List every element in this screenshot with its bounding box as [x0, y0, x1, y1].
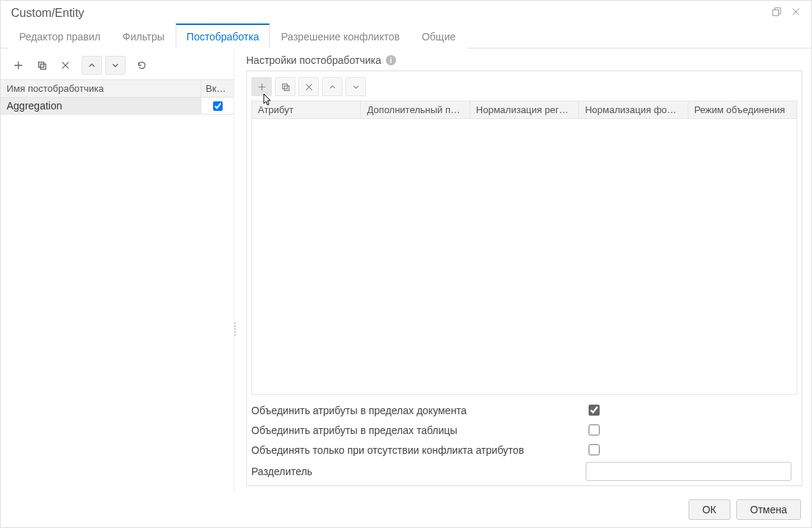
- col-additional[interactable]: Дополнительный п…: [361, 101, 470, 118]
- attributes-toolbar: [251, 76, 797, 101]
- dialog-footer: ОК Отмена: [1, 492, 811, 527]
- option-label: Объединить атрибуты в пределах документа: [251, 405, 586, 416]
- tab-rules-editor[interactable]: Редактор правил: [8, 24, 112, 48]
- col-merge-mode[interactable]: Режим объединения: [689, 101, 797, 118]
- postprocessor-table-header: Имя постобработчика Вкл…: [1, 79, 234, 98]
- attributes-table-body: [252, 119, 797, 394]
- svg-rect-3: [282, 84, 287, 89]
- postprocessor-table: Имя постобработчика Вкл… Aggregation: [1, 79, 234, 492]
- option-merge-document: Объединить атрибуты в пределах документа: [251, 402, 797, 418]
- col-attribute[interactable]: Атрибут: [252, 101, 361, 118]
- delimiter-input[interactable]: [586, 462, 791, 481]
- settings-title: Настройки постобработчика i: [246, 54, 802, 66]
- merge-document-checkbox[interactable]: [589, 405, 600, 416]
- postprocessor-enabled-cell: [201, 98, 234, 114]
- merge-no-conflict-checkbox[interactable]: [589, 444, 600, 455]
- copy-button[interactable]: [32, 56, 52, 75]
- move-up-button[interactable]: [82, 56, 102, 75]
- attr-copy-button[interactable]: [275, 77, 295, 96]
- col-header-name[interactable]: Имя постобработчика: [1, 80, 201, 97]
- ok-button[interactable]: ОК: [689, 499, 730, 520]
- title-bar: Custom/Entity: [1, 1, 811, 23]
- aggregation-options: Объединить атрибуты в пределах документа…: [251, 402, 797, 481]
- left-toolbar: [1, 53, 234, 79]
- info-icon[interactable]: i: [386, 55, 396, 65]
- merge-table-checkbox[interactable]: [589, 424, 600, 435]
- dialog-title: Custom/Entity: [11, 7, 85, 20]
- splitter-handle[interactable]: [233, 320, 237, 338]
- tab-filters[interactable]: Фильтры: [112, 24, 176, 48]
- col-norm-format[interactable]: Нормализация фор…: [579, 101, 688, 118]
- option-label: Объединить атрибуты в пределах таблицы: [251, 424, 586, 436]
- svg-rect-2: [40, 64, 46, 69]
- svg-rect-1: [39, 62, 44, 68]
- settings-title-text: Настройки постобработчика: [246, 54, 381, 66]
- attr-add-button[interactable]: [251, 77, 272, 96]
- tab-bar: Редактор правил Фильтры Постобработка Ра…: [1, 23, 811, 48]
- close-icon[interactable]: [791, 7, 801, 20]
- tab-conflict-resolution[interactable]: Разрешение конфликтов: [270, 24, 411, 48]
- option-merge-no-conflict: Объединять только при отсутствии конфлик…: [251, 442, 797, 458]
- attributes-table: Атрибут Дополнительный п… Нормализация р…: [251, 101, 797, 395]
- attributes-table-header: Атрибут Дополнительный п… Нормализация р…: [252, 101, 797, 119]
- delete-button[interactable]: [55, 56, 76, 75]
- move-down-button[interactable]: [105, 56, 126, 75]
- col-header-enabled[interactable]: Вкл…: [201, 80, 234, 97]
- svg-rect-4: [284, 85, 289, 90]
- cancel-button[interactable]: Отмена: [736, 499, 801, 520]
- tab-postprocessing[interactable]: Постобработка: [176, 23, 270, 48]
- window-controls: [772, 7, 801, 20]
- attr-move-up-button[interactable]: [322, 77, 342, 96]
- option-delimiter: Разделитель: [251, 462, 797, 481]
- refresh-button[interactable]: [132, 56, 152, 75]
- svg-rect-0: [773, 10, 779, 15]
- tab-general[interactable]: Общие: [411, 24, 467, 48]
- maximize-icon[interactable]: [772, 7, 782, 20]
- postprocessor-settings-pane: Настройки постобработчика i: [234, 48, 811, 492]
- option-merge-table: Объединить атрибуты в пределах таблицы: [251, 422, 797, 438]
- attr-move-down-button[interactable]: [345, 77, 366, 96]
- postprocessor-name-cell: Aggregation: [1, 98, 201, 114]
- attr-delete-button[interactable]: [298, 77, 319, 96]
- add-button[interactable]: [8, 56, 29, 75]
- postprocessor-enabled-checkbox[interactable]: [213, 101, 223, 111]
- option-label: Объединять только при отсутствии конфлик…: [251, 444, 586, 456]
- table-row[interactable]: Aggregation: [1, 98, 234, 115]
- content-area: Имя постобработчика Вкл… Aggregation Нас…: [1, 48, 811, 492]
- dialog-custom-entity: Custom/Entity Редактор правил Фильтры По…: [0, 0, 812, 528]
- option-label: Разделитель: [251, 466, 586, 477]
- settings-body: Атрибут Дополнительный п… Нормализация р…: [246, 70, 802, 486]
- postprocessor-list-pane: Имя постобработчика Вкл… Aggregation: [1, 48, 234, 492]
- col-norm-case[interactable]: Нормализация реги…: [470, 101, 579, 118]
